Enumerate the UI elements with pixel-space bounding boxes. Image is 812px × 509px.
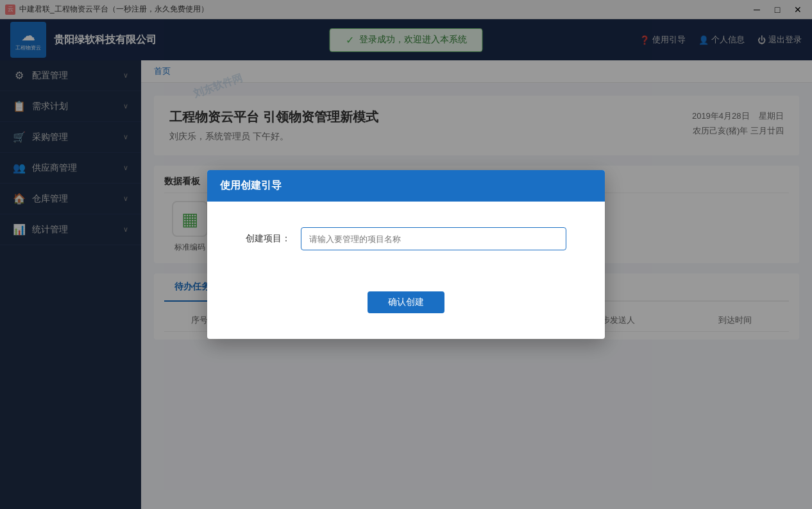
dialog-label: 创建项目： [246,233,291,245]
project-name-input[interactable] [301,227,566,250]
dialog-row: 创建项目： [246,227,566,250]
modal-overlay[interactable]: 使用创建引导 创建项目： 确认创建 [0,0,812,509]
dialog-title: 使用创建引导 [220,180,282,191]
dialog-header: 使用创建引导 [207,170,605,202]
dialog-footer: 确认创建 [207,291,605,339]
confirm-create-button[interactable]: 确认创建 [368,291,444,313]
dialog: 使用创建引导 创建项目： 确认创建 [207,170,605,339]
dialog-body: 创建项目： [207,202,605,291]
